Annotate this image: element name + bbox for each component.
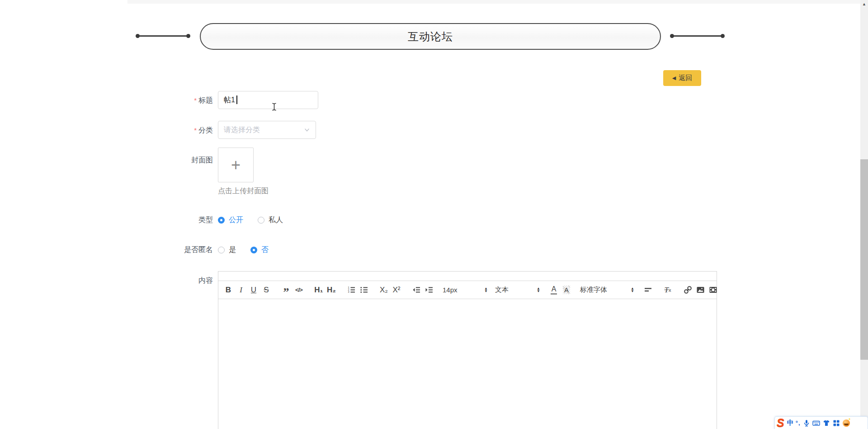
ibeam-cursor-icon xyxy=(271,102,277,111)
blockquote-button[interactable]: ” xyxy=(280,284,292,296)
outdent-icon[interactable] xyxy=(410,284,423,296)
strikethrough-button[interactable]: S xyxy=(260,284,273,296)
heading1-button[interactable]: H₁ xyxy=(312,284,325,296)
text-color-button[interactable]: A xyxy=(547,284,560,296)
chevron-down-icon xyxy=(304,127,310,133)
category-placeholder: 请选择分类 xyxy=(224,125,304,135)
type-radio-group: 公开 私人 xyxy=(218,215,283,224)
subscript-button[interactable]: X₂ xyxy=(377,284,390,296)
align-icon[interactable] xyxy=(642,284,654,296)
decor-dot xyxy=(186,34,190,38)
ime-sogou-logo[interactable]: S xyxy=(777,417,784,429)
updown-icon: ▲▼ xyxy=(537,287,540,293)
svg-text:3: 3 xyxy=(348,291,349,293)
radio-yes[interactable] xyxy=(218,247,225,253)
format-select[interactable]: 文本 ▲▼ xyxy=(495,284,540,296)
scrollbar-thumb[interactable] xyxy=(860,159,868,360)
italic-button[interactable]: I xyxy=(235,284,247,296)
indent-icon[interactable] xyxy=(423,284,435,296)
required-marker: * xyxy=(194,96,197,104)
bg-color-button[interactable]: A xyxy=(560,284,573,296)
decor-dot xyxy=(721,34,725,38)
image-icon[interactable] xyxy=(694,284,707,296)
bold-button[interactable]: B xyxy=(222,284,235,296)
radio-yes-label[interactable]: 是 xyxy=(229,245,236,255)
editor-content-area[interactable] xyxy=(218,299,717,429)
editor-toolbar: B I U S ” </> H₁ H₂ 123 X₂ X² xyxy=(218,281,717,299)
scroll-up-icon[interactable]: ▲ xyxy=(860,1,868,7)
radio-no-label[interactable]: 否 xyxy=(261,245,269,255)
cover-upload-button[interactable]: + xyxy=(218,148,254,182)
ime-mode-chinese[interactable]: 中 xyxy=(787,419,794,427)
clear-format-button[interactable]: Tx xyxy=(661,284,674,296)
back-arrow-icon: ◀ xyxy=(672,75,676,81)
link-icon[interactable] xyxy=(681,284,694,296)
superscript-button[interactable]: X² xyxy=(390,284,403,296)
text-caret xyxy=(236,95,237,104)
updown-icon: ▲▼ xyxy=(631,287,634,293)
top-strip xyxy=(127,0,860,4)
category-label: *分类 xyxy=(136,126,213,135)
cover-label: 封面图 xyxy=(136,156,213,165)
font-size-select[interactable]: 14px ▲▼ xyxy=(443,284,488,296)
page: 互动论坛 ◀ 返回 *标题 *分类 请选择分类 封面图 + 点击上传封面图 类型… xyxy=(0,0,868,429)
underline-button[interactable]: U xyxy=(247,284,260,296)
cover-upload-hint: 点击上传封面图 xyxy=(218,186,269,196)
heading2-button[interactable]: H₂ xyxy=(325,284,338,296)
title-label: *标题 xyxy=(136,96,213,105)
decor-line xyxy=(673,35,721,37)
content-label: 内容 xyxy=(136,276,213,285)
ime-toolbar: S 中 °, xyxy=(774,416,868,429)
back-button-label: 返回 xyxy=(679,74,692,82)
radio-private[interactable] xyxy=(258,217,264,224)
anonymous-label: 是否匿名 xyxy=(136,245,213,254)
anonymous-radio-group: 是 否 xyxy=(218,245,269,254)
ime-punctuation[interactable]: °, xyxy=(796,419,801,426)
updown-icon: ▲▼ xyxy=(484,287,488,293)
font-family-select[interactable]: 标准字体 ▲▼ xyxy=(580,284,634,296)
ime-skin-icon[interactable] xyxy=(822,419,830,427)
ime-mic-icon[interactable] xyxy=(802,419,811,427)
ordered-list-icon[interactable]: 123 xyxy=(345,284,358,296)
category-select[interactable]: 请选择分类 xyxy=(218,121,316,139)
ime-toolbox-icon[interactable] xyxy=(832,419,840,427)
required-marker: * xyxy=(194,126,197,134)
type-label: 类型 xyxy=(136,215,213,224)
radio-public-label[interactable]: 公开 xyxy=(229,215,243,225)
decor-line xyxy=(139,35,187,37)
radio-no[interactable] xyxy=(250,247,257,253)
code-button[interactable]: </> xyxy=(292,284,305,296)
video-icon[interactable] xyxy=(707,284,719,296)
ime-emoji-icon[interactable]: ✦ xyxy=(842,419,850,427)
page-title: 互动论坛 xyxy=(408,29,453,44)
page-title-box: 互动论坛 xyxy=(200,23,661,50)
unordered-list-icon[interactable] xyxy=(358,284,370,296)
back-button[interactable]: ◀ 返回 xyxy=(663,70,701,86)
radio-public[interactable] xyxy=(218,217,225,224)
title-input[interactable] xyxy=(218,91,318,109)
radio-private-label[interactable]: 私人 xyxy=(269,215,283,225)
plus-icon: + xyxy=(231,157,241,173)
ime-keyboard-icon[interactable] xyxy=(812,419,821,427)
rich-text-editor: B I U S ” </> H₁ H₂ 123 X₂ X² xyxy=(218,271,717,429)
